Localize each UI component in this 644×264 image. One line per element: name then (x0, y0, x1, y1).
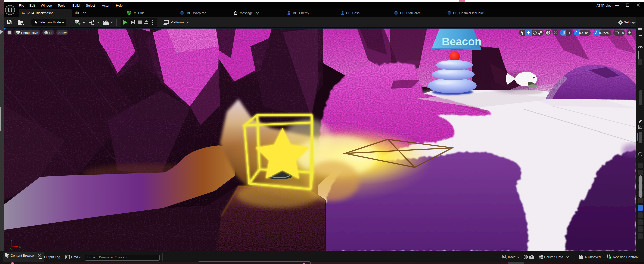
svg-text:1: 1 (569, 31, 570, 35)
svg-text:FAB: FAB (75, 12, 79, 14)
svg-text:U: U (8, 6, 13, 14)
svg-text:Show: Show (58, 31, 67, 35)
svg-text:X: X (19, 245, 21, 248)
svg-text:0.9: 0.9 (620, 31, 624, 35)
svg-text:Z: Z (11, 238, 13, 241)
svg-text:Y: Y (10, 248, 12, 251)
svg-text:Beacon: Beacon (442, 35, 482, 48)
svg-text:5.625°: 5.625° (579, 31, 588, 35)
svg-text:Perspective: Perspective (21, 31, 38, 35)
svg-text:0.0625: 0.0625 (599, 31, 609, 35)
svg-text:Lit: Lit (49, 31, 52, 35)
